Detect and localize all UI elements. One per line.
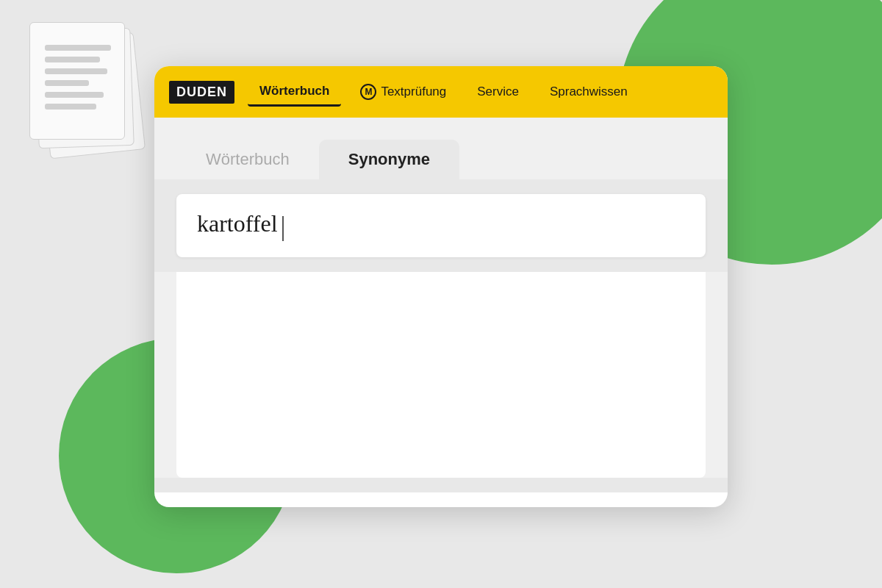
- doc-line: [45, 45, 111, 51]
- doc-line: [45, 57, 100, 62]
- doc-line: [45, 80, 89, 86]
- browser-card: DUDEN Wörterbuch M Textprüfung Service S…: [154, 66, 728, 507]
- doc-front: [29, 22, 125, 140]
- sub-tab-woerterbuch[interactable]: Wörterbuch: [176, 140, 319, 179]
- results-area: [176, 272, 706, 478]
- nav-item-service[interactable]: Service: [465, 79, 531, 105]
- m-badge: M: [360, 84, 376, 100]
- search-input-text: kartoffel: [197, 210, 278, 237]
- content-area: Wörterbuch Synonyme kartoffel: [154, 118, 728, 492]
- bg-documents: [22, 22, 154, 169]
- sub-tabs: Wörterbuch Synonyme: [154, 118, 728, 179]
- doc-line: [45, 92, 104, 98]
- sub-tab-synonyme[interactable]: Synonyme: [319, 140, 459, 179]
- nav-item-textpruefung[interactable]: M Textprüfung: [348, 78, 458, 106]
- doc-line: [45, 104, 96, 110]
- nav-item-woerterbuch[interactable]: Wörterbuch: [248, 78, 341, 107]
- text-cursor: [282, 216, 284, 241]
- nav-item-sprachwissen[interactable]: Sprachwissen: [538, 79, 639, 105]
- search-section: kartoffel: [154, 179, 728, 272]
- doc-line: [45, 68, 107, 74]
- duden-logo: DUDEN: [169, 81, 234, 104]
- nav-item-textpruefung-label: Textprüfung: [381, 85, 446, 99]
- spacer: [154, 478, 728, 492]
- nav-bar: DUDEN Wörterbuch M Textprüfung Service S…: [154, 66, 728, 118]
- search-box[interactable]: kartoffel: [176, 194, 706, 257]
